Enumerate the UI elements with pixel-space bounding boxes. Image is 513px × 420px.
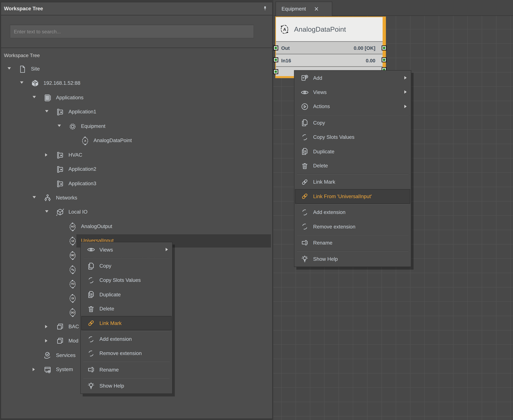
menu-item-remove-extension[interactable]: Remove extension xyxy=(81,346,172,360)
connector-handle[interactable] xyxy=(382,57,387,62)
block-title: AnalogDataPoint xyxy=(294,25,346,33)
eye-icon xyxy=(301,88,309,97)
lightbulb-icon xyxy=(301,255,309,263)
tree-item-analogoutput[interactable]: AO AnalogOutput xyxy=(1,219,272,234)
collapsed-arrow-icon[interactable] xyxy=(45,339,48,343)
slot-row-in16[interactable]: In16 0.00 xyxy=(276,54,385,66)
menu-item-add-extension[interactable]: Add extension xyxy=(81,332,172,346)
connector-handle[interactable] xyxy=(273,45,278,51)
tree-item-hvac[interactable]: HVAC xyxy=(1,148,272,162)
sync-arrows-icon xyxy=(87,335,95,343)
tree-item-equipment[interactable]: Equipment xyxy=(1,119,272,134)
folder-stack-icon xyxy=(56,322,64,331)
app-window: Workspace Tree Workspace Tree Site xyxy=(0,0,513,420)
submenu-arrow-icon xyxy=(404,105,407,108)
app-window-icon xyxy=(56,180,64,188)
menu-item-copy[interactable]: Copy xyxy=(81,259,172,273)
tree-context-menu: Views Copy Copy Slots Values Duplicate D… xyxy=(80,242,173,394)
menu-item-remove-extension[interactable]: Remove extension xyxy=(294,219,411,234)
menu-item-duplicate[interactable]: Duplicate xyxy=(81,287,172,302)
link-icon xyxy=(87,319,95,327)
analogdatapoint-block[interactable]: A AnalogDataPoint Out 0.00 [OK] In16 0.0… xyxy=(275,16,386,78)
block-header[interactable]: A AnalogDataPoint xyxy=(276,17,385,41)
collapsed-arrow-icon[interactable] xyxy=(45,153,48,157)
connector-handle[interactable] xyxy=(273,69,278,74)
expand-arrow-icon[interactable] xyxy=(58,124,61,127)
station-cube-icon xyxy=(31,79,39,88)
io-point-icon: DI xyxy=(68,294,77,303)
app-window-icon xyxy=(56,108,64,116)
tree-item-application3[interactable]: Application3 xyxy=(1,177,272,191)
io-point-icon: TO xyxy=(68,280,77,288)
menu-item-add-extension[interactable]: Add extension xyxy=(294,205,411,219)
submenu-arrow-icon xyxy=(404,90,407,94)
menu-item-link-mark[interactable]: Link Mark xyxy=(294,175,411,189)
tree-item-station[interactable]: 192.168.1.52:88 xyxy=(1,76,272,91)
tree-item-analogdatapoint[interactable]: A AnalogDataPoint xyxy=(1,134,272,148)
tree-item-application1[interactable]: Application1 xyxy=(1,105,272,119)
tree-item-networks[interactable]: Networks xyxy=(1,191,272,205)
tree-root-label: Workspace Tree xyxy=(1,48,272,62)
slot-row-out[interactable]: Out 0.00 [OK] xyxy=(276,42,385,54)
expand-arrow-icon[interactable] xyxy=(20,82,23,84)
submenu-arrow-icon xyxy=(404,76,407,80)
collapsed-arrow-icon[interactable] xyxy=(33,368,35,371)
expand-arrow-icon[interactable] xyxy=(33,96,36,98)
duplicate-icon xyxy=(301,147,309,156)
menu-separator xyxy=(297,234,408,235)
connector-handle[interactable] xyxy=(273,57,278,62)
expand-arrow-icon[interactable] xyxy=(45,210,48,213)
trash-icon xyxy=(87,305,95,313)
menu-item-show-help[interactable]: Show Help xyxy=(81,379,172,393)
sync-arrows-icon xyxy=(301,223,309,231)
panel-title: Workspace Tree xyxy=(1,6,43,12)
search-area xyxy=(1,15,272,48)
expand-arrow-icon[interactable] xyxy=(33,196,36,198)
menu-item-rename[interactable]: Rename xyxy=(81,362,172,377)
applications-grid-icon xyxy=(44,94,52,102)
menu-separator xyxy=(297,174,408,174)
menu-item-add[interactable]: Add xyxy=(294,71,411,85)
network-icon xyxy=(44,194,52,202)
tree-item-site[interactable]: Site xyxy=(1,62,272,76)
io-point-icon: DIC xyxy=(68,251,77,260)
io-point-icon: UI xyxy=(68,237,77,245)
menu-separator xyxy=(297,204,408,204)
tree-item-application2[interactable]: Application2 xyxy=(1,162,272,177)
menu-item-show-help[interactable]: Show Help xyxy=(294,252,411,266)
menu-item-copy[interactable]: Copy xyxy=(294,116,411,130)
menu-item-copy-slots-values[interactable]: Copy Slots Values xyxy=(294,130,411,144)
eye-icon xyxy=(87,246,95,254)
collapsed-arrow-icon[interactable] xyxy=(45,325,48,328)
expand-arrow-icon[interactable] xyxy=(8,67,11,70)
expand-arrow-icon[interactable] xyxy=(45,110,48,112)
trash-icon xyxy=(301,162,309,170)
menu-item-delete[interactable]: Delete xyxy=(81,302,172,316)
menu-item-rename[interactable]: Rename xyxy=(294,236,411,250)
system-icon xyxy=(44,366,52,374)
panel-header: Workspace Tree xyxy=(1,2,272,15)
submenu-arrow-icon xyxy=(166,248,168,251)
copy-icon xyxy=(87,262,95,270)
close-icon[interactable] xyxy=(314,6,319,12)
menu-item-duplicate[interactable]: Duplicate xyxy=(294,144,411,158)
tree-item-local-io[interactable]: Local IO xyxy=(1,205,272,219)
tree-item-applications[interactable]: Applications xyxy=(1,90,272,105)
connector-handle[interactable] xyxy=(382,45,387,51)
menu-item-link-from-universalinput[interactable]: Link From 'UniversalInput' xyxy=(295,190,410,203)
search-input[interactable] xyxy=(10,25,257,38)
tab-equipment[interactable]: Equipment xyxy=(276,2,332,16)
menu-item-copy-slots-values[interactable]: Copy Slots Values xyxy=(81,273,172,287)
menu-item-views[interactable]: Views xyxy=(81,243,172,257)
menu-item-actions[interactable]: Actions xyxy=(294,99,411,114)
io-module-icon xyxy=(56,208,64,217)
menu-item-link-mark[interactable]: Link Mark xyxy=(82,316,171,330)
io-point-icon: DO xyxy=(68,308,77,317)
gear-icon xyxy=(68,122,77,131)
menu-item-delete[interactable]: Delete xyxy=(294,158,411,173)
duplicate-icon xyxy=(87,290,95,299)
pin-icon[interactable] xyxy=(262,5,268,12)
menu-separator xyxy=(83,378,170,378)
menu-item-views[interactable]: Views xyxy=(294,85,411,99)
tab-strip: Equipment xyxy=(273,0,513,16)
